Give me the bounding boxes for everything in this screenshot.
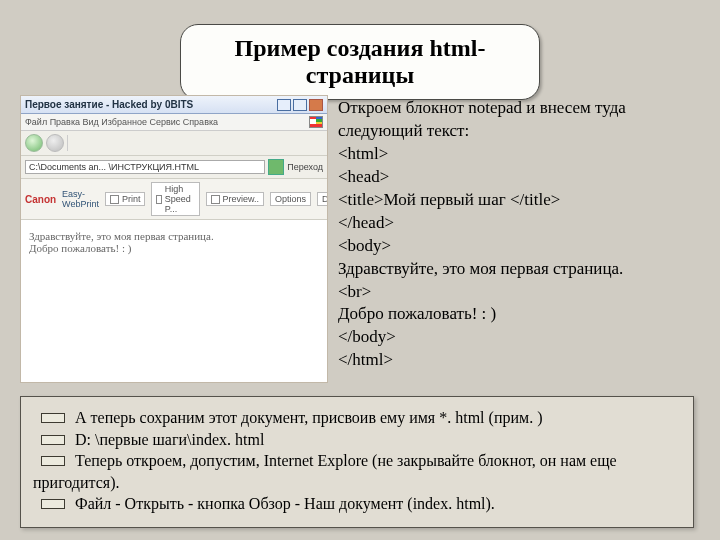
body-line-2: Добро пожаловать! : ) [29, 242, 319, 254]
nav-divider [67, 135, 68, 151]
list-item: Файл - Открыть - кнопка Обзор - Наш доку… [33, 493, 681, 515]
code-line: <head> [338, 166, 694, 189]
body-line-1: Здравствуйте, это моя первая страница. [29, 230, 319, 242]
browser-screenshot: Первое занятие - Hacked by 0BITS Файл Пр… [20, 95, 328, 383]
canon-product: Easy-WebPrint [62, 189, 99, 209]
window-title-text: Первое занятие - Hacked by 0BITS [25, 99, 193, 110]
canon-print-btn: Print [105, 192, 146, 206]
code-line: Добро пожаловать! : ) [338, 303, 694, 326]
window-titlebar: Первое занятие - Hacked by 0BITS [21, 96, 327, 114]
code-line: <html> [338, 143, 694, 166]
code-line: </head> [338, 212, 694, 235]
code-line: </body> [338, 326, 694, 349]
back-icon [25, 134, 43, 152]
window-buttons [277, 99, 323, 111]
canon-preview-btn: Preview.. [206, 192, 265, 206]
maximize-icon [293, 99, 307, 111]
nav-toolbar [21, 131, 327, 156]
windows-flag-icon [309, 116, 323, 128]
list-item: Теперь откроем, допустим, Internet Explo… [33, 450, 681, 472]
address-toolbar: C:\Documents an... \ИНСТРУКЦИЯ.HTML Пере… [21, 156, 327, 179]
list-item: А теперь сохраним этот документ, присвои… [33, 407, 681, 429]
bullet-icon [41, 499, 65, 509]
menu-items: Файл Правка Вид Избранное Сервис Справка [25, 117, 218, 127]
code-text: Откроем блокнот notepad и внесем туда сл… [338, 95, 694, 383]
list-text: Файл - Открыть - кнопка Обзор - Наш доку… [75, 493, 495, 515]
canon-dupl-btn: Dupl... [317, 192, 328, 206]
main-row: Первое занятие - Hacked by 0BITS Файл Пр… [20, 95, 694, 383]
list-text: А теперь сохраним этот документ, присвои… [75, 407, 542, 429]
title-container: Пример создания html-страницы [180, 24, 540, 100]
intro-line-1: Откроем блокнот notepad и внесем туда [338, 97, 694, 120]
list-continuation: пригодится). [33, 472, 681, 494]
code-line: Здравствуйте, это моя первая страница. [338, 258, 694, 281]
bullet-icon [41, 456, 65, 466]
code-line: <title>Мой первый шаг </title> [338, 189, 694, 212]
canon-options-btn: Options [270, 192, 311, 206]
close-icon [309, 99, 323, 111]
menu-bar: Файл Правка Вид Избранное Сервис Справка [21, 114, 327, 131]
slide-title: Пример создания html-страницы [180, 24, 540, 100]
code-line: <body> [338, 235, 694, 258]
forward-icon [46, 134, 64, 152]
canon-brand: Canon [25, 194, 56, 205]
code-line: <br> [338, 281, 694, 304]
canon-hsprint-btn: High Speed P... [151, 182, 199, 216]
list-text: Теперь откроем, допустим, Internet Explo… [75, 450, 617, 472]
page-body: Здравствуйте, это моя первая страница. Д… [21, 220, 327, 264]
intro-line-2: следующий текст: [338, 120, 694, 143]
bullet-icon [41, 413, 65, 423]
go-label: Переход [287, 162, 323, 172]
list-item: D: \первые шаги\index. html [33, 429, 681, 451]
code-line: </html> [338, 349, 694, 372]
address-bar: C:\Documents an... \ИНСТРУКЦИЯ.HTML [25, 160, 265, 174]
instructions-box: А теперь сохраним этот документ, присвои… [20, 396, 694, 528]
go-icon [268, 159, 284, 175]
list-text: D: \первые шаги\index. html [75, 429, 264, 451]
canon-toolbar: Canon Easy-WebPrint Print High Speed P..… [21, 179, 327, 220]
bullet-icon [41, 435, 65, 445]
minimize-icon [277, 99, 291, 111]
slide: Пример создания html-страницы Первое зан… [0, 0, 720, 540]
